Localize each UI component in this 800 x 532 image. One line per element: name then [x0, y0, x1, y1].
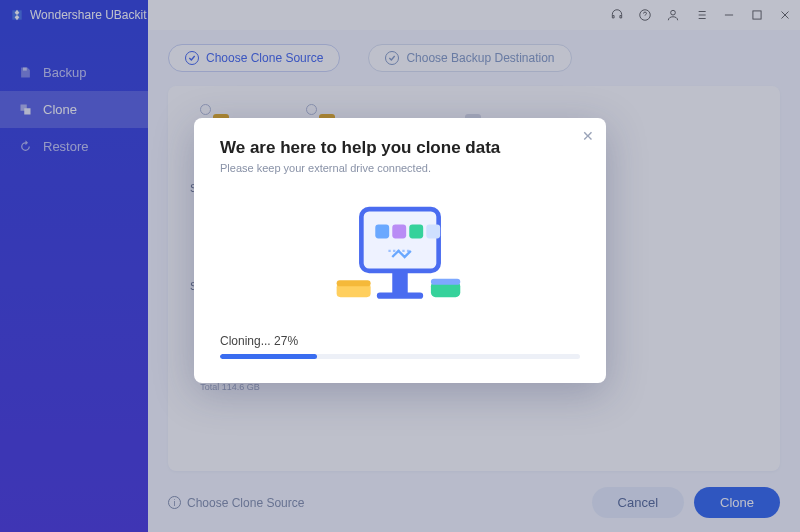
- svg-rect-15: [431, 279, 460, 285]
- clone-status: Cloning... 27%: [220, 334, 580, 348]
- svg-rect-7: [392, 225, 406, 239]
- status-percent: 27%: [274, 334, 298, 348]
- svg-rect-6: [375, 225, 389, 239]
- svg-rect-5: [361, 209, 438, 271]
- progress-fill: [220, 354, 317, 359]
- svg-rect-10: [392, 271, 407, 294]
- modal-subtitle: Please keep your external drive connecte…: [220, 162, 580, 174]
- svg-rect-13: [337, 280, 371, 286]
- modal-title: We are here to help you clone data: [220, 138, 580, 158]
- svg-rect-8: [409, 225, 423, 239]
- status-prefix: Cloning...: [220, 334, 274, 348]
- progress-bar: [220, 354, 580, 359]
- modal-overlay: ✕ We are here to help you clone data Ple…: [0, 0, 800, 532]
- modal-illustration: [220, 192, 580, 322]
- clone-progress-modal: ✕ We are here to help you clone data Ple…: [194, 118, 606, 383]
- svg-rect-11: [377, 293, 423, 299]
- close-icon[interactable]: ✕: [582, 128, 594, 144]
- svg-rect-9: [426, 225, 440, 239]
